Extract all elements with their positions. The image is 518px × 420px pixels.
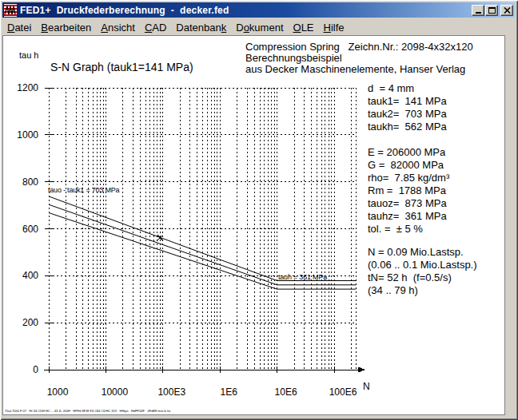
x-tick-label: 100E3 bbox=[153, 386, 191, 398]
info-line: N = 0.09 Mio.Lastsp. bbox=[368, 246, 464, 259]
app-icon bbox=[4, 4, 17, 17]
info-line: Rm = 1788 MPa bbox=[368, 184, 446, 197]
x-tick-label: 10E6 bbox=[267, 386, 305, 398]
info-line: d = 4 mm bbox=[368, 82, 414, 95]
info-line: (0.06 .. 0.1 Mio.Lastsp.) bbox=[368, 259, 477, 271]
info-line: G = 82000 MPa bbox=[368, 159, 444, 172]
maximize-icon bbox=[488, 7, 496, 14]
annotation-fatigue-limit: tauh = 361 MPa bbox=[278, 273, 327, 281]
y-tick-label: 200 bbox=[5, 317, 38, 328]
menu-item-datei[interactable]: Datei bbox=[2, 20, 36, 35]
info-line: tauk2= 703 MPa bbox=[368, 108, 447, 121]
y-tick-label: 1200 bbox=[5, 82, 38, 93]
close-button[interactable] bbox=[500, 5, 513, 16]
x-tick-label: 10000 bbox=[95, 386, 133, 398]
y-tick-label: 0 bbox=[5, 364, 38, 375]
minimize-icon bbox=[476, 12, 481, 14]
maximize-button[interactable] bbox=[485, 5, 498, 16]
menu-item-cad[interactable]: CAD bbox=[140, 20, 171, 35]
y-tick-label: 600 bbox=[5, 224, 38, 235]
window-title: FED1+ Druckfederberechnung - decker.fed bbox=[20, 5, 472, 16]
info-line: tol. = ± 5 % bbox=[368, 223, 423, 236]
y-axis-label: tau h bbox=[19, 50, 38, 60]
chart-title: S-N Graph (tauk1=141 MPa) bbox=[50, 61, 193, 73]
app-window: FED1+ Druckfederberechnung - decker.fed … bbox=[0, 0, 518, 420]
header-line-1: Compression Spring Zeichn.Nr.: 2098-4x32… bbox=[245, 42, 473, 53]
sn-chart bbox=[3, 36, 506, 414]
info-line: rho= 7.85 kg/dm³ bbox=[368, 172, 449, 184]
x-tick-label: 1E6 bbox=[209, 386, 248, 398]
menu-item-bearbeiten[interactable]: Bearbeiten bbox=[36, 20, 96, 35]
menu-bar: Datei Bearbeiten Ansicht CAD Datenbank D… bbox=[2, 19, 515, 35]
x-axis-label: N bbox=[363, 381, 370, 392]
info-line: (34 .. 79 h) bbox=[368, 284, 418, 297]
minimize-button[interactable] bbox=[472, 5, 484, 16]
y-tick-label: 400 bbox=[5, 270, 38, 281]
menu-item-ole[interactable]: OLE bbox=[289, 20, 319, 35]
annotation-upper-curve: tauo - tauk1 = 703 MPa bbox=[48, 186, 119, 194]
info-line: tauoz= 873 MPa bbox=[368, 197, 447, 210]
header-line-3: aus Decker Maschinenelemente, Hanser Ver… bbox=[245, 64, 465, 75]
footer-microtext: 70=L7000 F 07 · Ht 34 CDH HC -- 43 JL J0… bbox=[5, 409, 170, 413]
menu-item-dokument[interactable]: Dokument bbox=[231, 20, 288, 35]
info-line: tauhz= 361 MPa bbox=[368, 210, 447, 223]
menu-item-datenbank[interactable]: Datenbank bbox=[171, 20, 231, 35]
x-tick-label: 100E6 bbox=[324, 386, 362, 398]
client-area: Compression Spring Zeichn.Nr.: 2098-4x32… bbox=[2, 35, 505, 415]
info-line: taukh= 562 MPa bbox=[368, 121, 447, 133]
header-line-2: Berechnungsbeispiel bbox=[245, 53, 342, 64]
title-bar[interactable]: FED1+ Druckfederberechnung - decker.fed bbox=[2, 2, 515, 18]
y-tick-label: 1000 bbox=[5, 129, 38, 141]
info-line: tN= 52 h (f=0.5/s) bbox=[368, 271, 452, 284]
y-tick-label: 800 bbox=[5, 176, 38, 188]
info-line: tauk1= 141 MPa bbox=[368, 95, 447, 108]
info-line: E = 206000 MPa bbox=[368, 146, 445, 159]
sn-curve bbox=[49, 196, 356, 281]
menu-item-hilfe[interactable]: Hilfe bbox=[319, 20, 349, 35]
menu-item-ansicht[interactable]: Ansicht bbox=[96, 20, 140, 35]
x-tick-label: 1000 bbox=[38, 386, 77, 398]
close-icon bbox=[504, 7, 511, 14]
